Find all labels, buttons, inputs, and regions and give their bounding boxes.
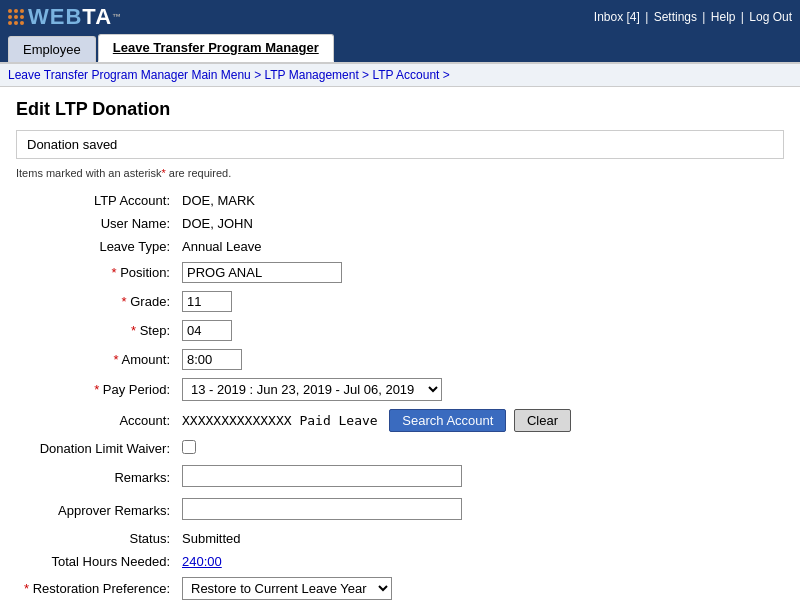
nav-sep2: | bbox=[702, 10, 708, 24]
tab-ltpm[interactable]: Leave Transfer Program Manager bbox=[98, 34, 334, 62]
logo: WEBTA™ bbox=[8, 4, 122, 30]
breadcrumb: Leave Transfer Program Manager Main Menu… bbox=[0, 64, 800, 87]
grade-row: * Grade: bbox=[16, 287, 784, 316]
leave-type-label: Leave Type: bbox=[16, 235, 176, 258]
header: WEBTA™ Inbox [4] | Settings | Help | Log… bbox=[0, 0, 800, 34]
approver-remarks-input[interactable] bbox=[182, 498, 462, 520]
pay-period-select[interactable]: 13 - 2019 : Jun 23, 2019 - Jul 06, 2019 bbox=[182, 378, 442, 401]
account-row: Account: XXXXXXXXXXXXXX Paid Leave Searc… bbox=[16, 405, 784, 436]
pay-period-row: * Pay Period: 13 - 2019 : Jun 23, 2019 -… bbox=[16, 374, 784, 405]
step-row: * Step: bbox=[16, 316, 784, 345]
restoration-row: * Restoration Preference: Restore to Cur… bbox=[16, 573, 784, 604]
ltp-account-row: LTP Account: DOE, MARK bbox=[16, 189, 784, 212]
approver-remarks-row: Approver Remarks: bbox=[16, 494, 784, 527]
page-title: Edit LTP Donation bbox=[16, 99, 784, 120]
remarks-row: Remarks: bbox=[16, 461, 784, 494]
restoration-cell: Restore to Current Leave Year bbox=[176, 573, 784, 604]
notification-box: Donation saved bbox=[16, 130, 784, 159]
required-note: Items marked with an asterisk* are requi… bbox=[16, 167, 784, 179]
header-nav: Inbox [4] | Settings | Help | Log Out bbox=[594, 10, 792, 24]
approver-remarks-label: Approver Remarks: bbox=[16, 494, 176, 527]
position-cell bbox=[176, 258, 784, 287]
ltp-account-value: DOE, MARK bbox=[176, 189, 784, 212]
amount-row: * Amount: bbox=[16, 345, 784, 374]
position-input[interactable] bbox=[182, 262, 342, 283]
position-label: * Position: bbox=[16, 258, 176, 287]
logout-link[interactable]: Log Out bbox=[749, 10, 792, 24]
form-table: LTP Account: DOE, MARK User Name: DOE, J… bbox=[16, 189, 784, 604]
remarks-label: Remarks: bbox=[16, 461, 176, 494]
clear-button[interactable]: Clear bbox=[514, 409, 571, 432]
nav-tabs: Employee Leave Transfer Program Manager bbox=[0, 34, 800, 64]
step-cell bbox=[176, 316, 784, 345]
position-row: * Position: bbox=[16, 258, 784, 287]
pay-period-label: * Pay Period: bbox=[16, 374, 176, 405]
amount-cell bbox=[176, 345, 784, 374]
amount-input[interactable] bbox=[182, 349, 242, 370]
breadcrumb-sep2: > bbox=[362, 68, 372, 82]
logo-dots bbox=[8, 9, 24, 25]
donation-limit-cell bbox=[176, 436, 784, 461]
account-label: Account: bbox=[16, 405, 176, 436]
breadcrumb-ltpm[interactable]: Leave Transfer Program Manager Main Menu bbox=[8, 68, 251, 82]
settings-link[interactable]: Settings bbox=[654, 10, 697, 24]
account-cell: XXXXXXXXXXXXXX Paid Leave Search Account… bbox=[176, 405, 784, 436]
user-name-label: User Name: bbox=[16, 212, 176, 235]
logo-web: WEB bbox=[28, 4, 82, 30]
breadcrumb-sep1: > bbox=[254, 68, 264, 82]
grade-cell bbox=[176, 287, 784, 316]
account-value: XXXXXXXXXXXXXX Paid Leave bbox=[182, 413, 378, 428]
donation-limit-label: Donation Limit Waiver: bbox=[16, 436, 176, 461]
approver-remarks-cell bbox=[176, 494, 784, 527]
user-name-value: DOE, JOHN bbox=[176, 212, 784, 235]
inbox-link[interactable]: Inbox [4] bbox=[594, 10, 640, 24]
amount-label: * Amount: bbox=[16, 345, 176, 374]
step-input[interactable] bbox=[182, 320, 232, 341]
status-value: Submitted bbox=[176, 527, 784, 550]
main-content: Edit LTP Donation Donation saved Items m… bbox=[0, 87, 800, 609]
grade-input[interactable] bbox=[182, 291, 232, 312]
remarks-input[interactable] bbox=[182, 465, 462, 487]
tab-employee[interactable]: Employee bbox=[8, 36, 96, 62]
donation-limit-row: Donation Limit Waiver: bbox=[16, 436, 784, 461]
donation-limit-checkbox[interactable] bbox=[182, 440, 196, 454]
nav-sep1: | bbox=[645, 10, 651, 24]
nav-sep3: | bbox=[741, 10, 747, 24]
logo-ta: TA bbox=[82, 4, 112, 30]
restoration-select[interactable]: Restore to Current Leave Year bbox=[182, 577, 392, 600]
asterisk: * bbox=[162, 167, 166, 179]
search-account-button[interactable]: Search Account bbox=[389, 409, 506, 432]
status-label: Status: bbox=[16, 527, 176, 550]
breadcrumb-ltp-account[interactable]: LTP Account bbox=[372, 68, 439, 82]
ltp-account-label: LTP Account: bbox=[16, 189, 176, 212]
status-row: Status: Submitted bbox=[16, 527, 784, 550]
total-hours-link[interactable]: 240:00 bbox=[182, 554, 222, 569]
pay-period-cell: 13 - 2019 : Jun 23, 2019 - Jul 06, 2019 bbox=[176, 374, 784, 405]
restoration-label: * Restoration Preference: bbox=[16, 573, 176, 604]
total-hours-row: Total Hours Needed: 240:00 bbox=[16, 550, 784, 573]
user-name-row: User Name: DOE, JOHN bbox=[16, 212, 784, 235]
breadcrumb-ltp-management[interactable]: LTP Management bbox=[264, 68, 358, 82]
breadcrumb-sep3: > bbox=[443, 68, 450, 82]
help-link[interactable]: Help bbox=[711, 10, 736, 24]
step-label: * Step: bbox=[16, 316, 176, 345]
remarks-cell bbox=[176, 461, 784, 494]
total-hours-cell: 240:00 bbox=[176, 550, 784, 573]
total-hours-label: Total Hours Needed: bbox=[16, 550, 176, 573]
leave-type-row: Leave Type: Annual Leave bbox=[16, 235, 784, 258]
grade-label: * Grade: bbox=[16, 287, 176, 316]
leave-type-value: Annual Leave bbox=[176, 235, 784, 258]
